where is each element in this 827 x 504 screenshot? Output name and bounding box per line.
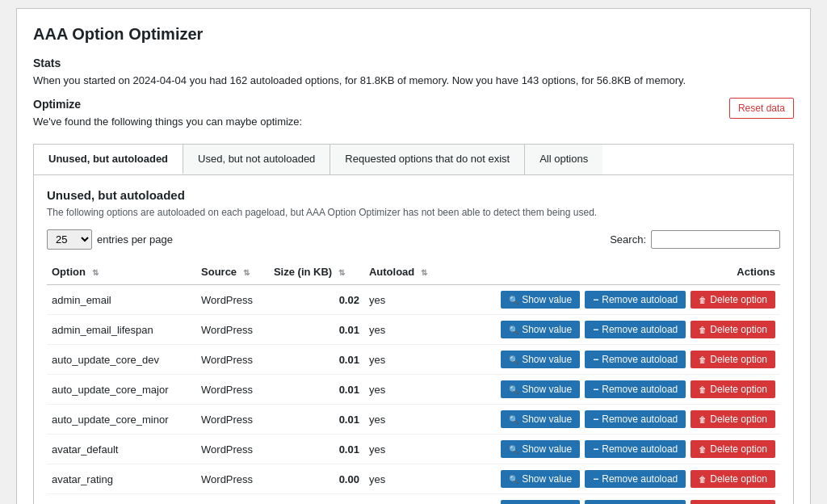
table-row: auto_update_core_dev WordPress 0.01 yes … <box>47 345 780 375</box>
trash-icon <box>699 473 707 485</box>
col-source: Source ⇅ <box>196 259 269 285</box>
cell-size: 0.01 <box>269 435 364 464</box>
show-value-button[interactable]: Show value <box>501 410 580 428</box>
cell-source: WordPress <box>196 315 269 345</box>
entries-label: entries per page <box>97 233 173 246</box>
cell-source: WordPress <box>196 375 269 405</box>
minus-icon <box>593 354 598 365</box>
remove-autoload-button[interactable]: Remove autoload <box>585 380 686 398</box>
show-value-button[interactable]: Show value <box>501 321 580 338</box>
cell-autoload: yes <box>364 285 444 315</box>
sort-size-icon[interactable]: ⇅ <box>338 268 345 277</box>
tab-all-options[interactable]: All options <box>525 145 602 174</box>
show-value-button[interactable]: Show value <box>501 351 580 368</box>
trash-icon <box>699 294 707 305</box>
cell-actions: Show value Remove autoload Delete option <box>444 375 780 405</box>
remove-autoload-button[interactable]: Remove autoload <box>585 351 686 368</box>
table-row: blogdescription WordPress 0.00 yes Show … <box>47 494 780 505</box>
cell-autoload: yes <box>364 405 444 435</box>
tab-requested-not-exist[interactable]: Requested options that do not exist <box>330 145 525 174</box>
cell-source: WordPress <box>196 494 269 505</box>
show-value-button[interactable]: Show value <box>501 291 580 309</box>
search-icon <box>509 354 518 365</box>
search-input[interactable] <box>651 230 780 249</box>
sort-autoload-icon[interactable]: ⇅ <box>421 268 427 277</box>
optimize-header-row: Optimize We've found the following thing… <box>33 98 794 134</box>
remove-autoload-button[interactable]: Remove autoload <box>585 291 686 309</box>
reset-data-button[interactable]: Reset data <box>729 98 794 119</box>
minus-icon <box>593 324 598 335</box>
cell-autoload: yes <box>364 345 444 375</box>
cell-actions: Show value Remove autoload Delete option <box>444 405 780 435</box>
sort-source-icon[interactable]: ⇅ <box>243 268 250 277</box>
cell-autoload: yes <box>364 315 444 345</box>
cell-actions: Show value Remove autoload Delete option <box>444 315 780 345</box>
cell-option: auto_update_core_dev <box>47 345 196 375</box>
table-row: admin_email WordPress 0.02 yes Show valu… <box>47 285 780 315</box>
trash-icon <box>699 324 707 335</box>
delete-option-button[interactable]: Delete option <box>691 470 775 488</box>
optimize-desc: We've found the following things you can… <box>33 116 302 128</box>
cell-size: 0.02 <box>269 285 364 315</box>
entries-per-page-wrap: 25 50 100 entries per page <box>47 229 173 250</box>
col-size: Size (in KB) ⇅ <box>269 259 364 285</box>
cell-autoload: yes <box>364 494 444 505</box>
cell-option: auto_update_core_minor <box>47 405 196 435</box>
search-icon <box>509 473 518 485</box>
cell-option: avatar_rating <box>47 464 196 494</box>
table-header-row: Option ⇅ Source ⇅ Size (in KB) ⇅ Autoloa… <box>47 259 780 285</box>
cell-option: admin_email_lifespan <box>47 315 196 345</box>
tabs-container: Unused, but autoloaded Used, but not aut… <box>33 144 794 174</box>
cell-autoload: yes <box>364 464 444 494</box>
search-icon <box>509 443 518 455</box>
show-value-button[interactable]: Show value <box>501 440 580 458</box>
optimize-section: Optimize We've found the following thing… <box>33 98 302 128</box>
entries-per-page-select[interactable]: 25 50 100 <box>47 229 92 250</box>
remove-autoload-button[interactable]: Remove autoload <box>585 321 686 338</box>
delete-option-button[interactable]: Delete option <box>691 291 775 309</box>
delete-option-button[interactable]: Delete option <box>691 440 775 458</box>
show-value-button[interactable]: Show value <box>501 380 580 398</box>
page-title: AAA Option Optimizer <box>33 25 794 44</box>
remove-autoload-button[interactable]: Remove autoload <box>585 410 686 428</box>
search-icon <box>509 294 518 305</box>
cell-option: blogdescription <box>47 494 196 505</box>
show-value-button[interactable]: Show value <box>501 500 580 504</box>
delete-option-button[interactable]: Delete option <box>691 380 775 398</box>
cell-actions: Show value Remove autoload Delete option <box>444 464 780 494</box>
cell-actions: Show value Remove autoload Delete option <box>444 285 780 315</box>
cell-autoload: yes <box>364 375 444 405</box>
show-value-button[interactable]: Show value <box>501 470 580 488</box>
options-table: Option ⇅ Source ⇅ Size (in KB) ⇅ Autoloa… <box>47 259 780 504</box>
delete-option-button[interactable]: Delete option <box>691 351 775 368</box>
cell-autoload: yes <box>364 435 444 464</box>
tab-unused-autoloaded[interactable]: Unused, but autoloaded <box>34 145 183 174</box>
delete-option-button[interactable]: Delete option <box>691 500 775 504</box>
table-row: avatar_default WordPress 0.01 yes Show v… <box>47 435 780 464</box>
tab-used-not-autoloaded[interactable]: Used, but not autoloaded <box>183 145 330 174</box>
table-row: auto_update_core_minor WordPress 0.01 ye… <box>47 405 780 435</box>
search-icon <box>509 324 518 335</box>
cell-size: 0.00 <box>269 494 364 505</box>
cell-option: auto_update_core_major <box>47 375 196 405</box>
table-row: avatar_rating WordPress 0.00 yes Show va… <box>47 464 780 494</box>
cell-size: 0.01 <box>269 375 364 405</box>
delete-option-button[interactable]: Delete option <box>691 321 775 338</box>
cell-source: WordPress <box>196 435 269 464</box>
trash-icon <box>699 414 707 425</box>
table-section: Unused, but autoloaded The following opt… <box>33 174 794 504</box>
sort-option-icon[interactable]: ⇅ <box>92 268 99 277</box>
cell-size: 0.01 <box>269 405 364 435</box>
cell-size: 0.01 <box>269 315 364 345</box>
col-autoload: Autoload ⇅ <box>364 259 444 285</box>
remove-autoload-button[interactable]: Remove autoload <box>585 440 686 458</box>
stats-text: When you started on 2024-04-04 you had 1… <box>33 74 794 86</box>
page-container: AAA Option Optimizer Stats When you star… <box>16 8 811 504</box>
cell-size: 0.01 <box>269 345 364 375</box>
search-wrap: Search: <box>610 230 780 249</box>
remove-autoload-button[interactable]: Remove autoload <box>585 470 686 488</box>
cell-source: WordPress <box>196 464 269 494</box>
delete-option-button[interactable]: Delete option <box>691 410 775 428</box>
remove-autoload-button[interactable]: Remove autoload <box>585 500 686 504</box>
table-row: auto_update_core_major WordPress 0.01 ye… <box>47 375 780 405</box>
